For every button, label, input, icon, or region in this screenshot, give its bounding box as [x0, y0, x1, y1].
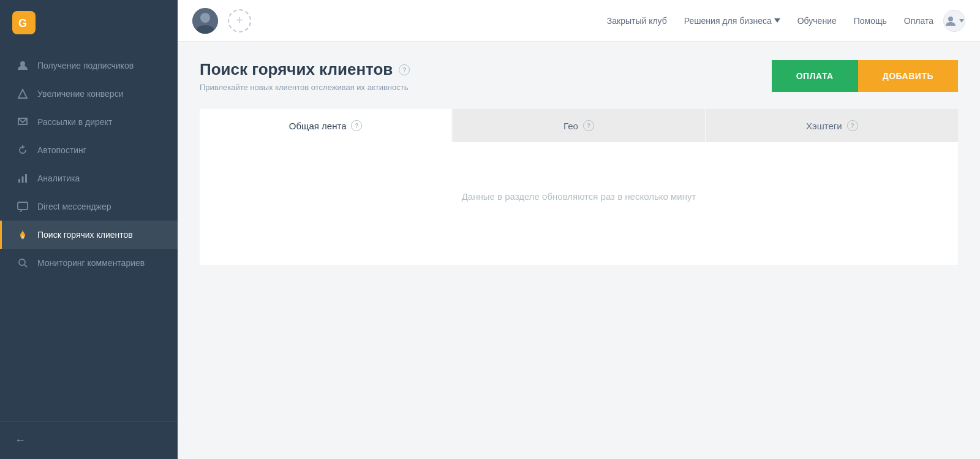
- add-account-button[interactable]: +: [228, 9, 251, 32]
- nav-payment[interactable]: Оплата: [904, 16, 933, 26]
- sidebar-item-direct[interactable]: Рассылки в директ: [0, 108, 178, 136]
- tab-geo-help-icon[interactable]: ?: [583, 120, 594, 131]
- sidebar-item-hot-clients[interactable]: Поиск горячих клиентов: [0, 221, 178, 249]
- autopost-icon: [17, 144, 29, 156]
- sidebar-item-label: Рассылки в директ: [37, 117, 112, 127]
- add-button[interactable]: ДОБАВИТЬ: [858, 60, 958, 92]
- sidebar-item-monitoring[interactable]: Мониторинг комментариев: [0, 249, 178, 277]
- sidebar-item-subscribers[interactable]: Получение подписчиков: [0, 51, 178, 80]
- main-content: Поиск горячих клиентов ? Привлекайте нов…: [178, 42, 980, 459]
- empty-state-message: Данные в разделе обновляются раз в неско…: [462, 191, 696, 202]
- page-title-block: Поиск горячих клиентов ? Привлекайте нов…: [200, 60, 410, 92]
- tab-geo[interactable]: Гео ?: [453, 109, 704, 142]
- sidebar-item-label: Увеличение конверси: [37, 89, 123, 99]
- collapse-button[interactable]: ←: [15, 434, 163, 447]
- header-action-buttons: ОПЛАТА ДОБАВИТЬ: [772, 60, 958, 92]
- main-area: + Закрытый клуб Решения для бизнеса Обуч…: [178, 0, 980, 459]
- logo-icon[interactable]: G: [12, 11, 36, 34]
- monitoring-icon: [17, 257, 29, 269]
- svg-rect-4: [18, 179, 20, 183]
- hot-clients-icon: [17, 229, 29, 241]
- collapse-icon: ←: [15, 434, 26, 447]
- nav-business[interactable]: Решения для бизнеса: [684, 16, 780, 26]
- subscribers-icon: [17, 59, 29, 72]
- sidebar-item-label: Получение подписчиков: [37, 61, 134, 70]
- svg-marker-3: [18, 89, 27, 98]
- nav-closed-club[interactable]: Закрытый клуб: [607, 16, 667, 26]
- direct-icon: [17, 116, 29, 128]
- sidebar-item-label: Мониторинг комментариев: [37, 258, 145, 268]
- sidebar-navigation: Получение подписчиков Увеличение конверс…: [0, 45, 178, 421]
- nav-help[interactable]: Помощь: [854, 16, 887, 26]
- tabs-row: Общая лента ? Гео ? Хэштеги ?: [200, 109, 958, 142]
- nav-education[interactable]: Обучение: [797, 16, 837, 26]
- sidebar-item-messenger[interactable]: Direct мессенджер: [0, 192, 178, 221]
- conversion-icon: [17, 88, 29, 100]
- user-avatar[interactable]: [192, 8, 218, 34]
- tab-general-feed[interactable]: Общая лента ?: [200, 109, 451, 142]
- page-header: Поиск горячих клиентов ? Привлекайте нов…: [200, 60, 958, 92]
- sidebar-item-conversion[interactable]: Увеличение конверси: [0, 80, 178, 108]
- svg-point-13: [948, 17, 953, 21]
- tab-content-area: Данные в разделе обновляются раз в неско…: [200, 142, 958, 265]
- tab-hashtags-help-icon[interactable]: ?: [847, 120, 858, 131]
- messenger-icon: [17, 200, 29, 213]
- sidebar-item-label: Поиск горячих клиентов: [37, 230, 133, 240]
- topbar-navigation: Закрытый клуб Решения для бизнеса Обучен…: [607, 16, 933, 26]
- svg-text:G: G: [18, 17, 26, 29]
- svg-point-8: [19, 259, 25, 265]
- sidebar-logo: G: [0, 0, 178, 45]
- sidebar-item-analytics[interactable]: Аналитика: [0, 164, 178, 192]
- sidebar-footer: ←: [0, 421, 178, 459]
- svg-rect-7: [18, 202, 28, 210]
- svg-rect-6: [25, 174, 27, 183]
- sidebar: G Получение подписчиков Увеличение конве…: [0, 0, 178, 459]
- svg-line-9: [24, 265, 27, 267]
- sidebar-item-autopost[interactable]: Автопостинг: [0, 136, 178, 164]
- svg-rect-5: [22, 176, 24, 183]
- sidebar-item-label: Аналитика: [37, 173, 80, 183]
- sidebar-item-label: Direct мессенджер: [37, 202, 111, 211]
- page-title: Поиск горячих клиентов ?: [200, 60, 410, 79]
- page-subtitle: Привлекайте новых клиентов отслеживая их…: [200, 83, 410, 92]
- tab-hashtags[interactable]: Хэштеги ?: [706, 109, 958, 142]
- tab-help-icon[interactable]: ?: [351, 120, 362, 131]
- user-menu-button[interactable]: [943, 10, 965, 32]
- analytics-icon: [17, 172, 29, 184]
- svg-point-2: [20, 61, 25, 66]
- pay-button[interactable]: ОПЛАТА: [772, 60, 858, 92]
- topbar: + Закрытый клуб Решения для бизнеса Обуч…: [178, 0, 980, 42]
- title-help-icon[interactable]: ?: [399, 64, 410, 75]
- sidebar-item-label: Автопостинг: [37, 145, 86, 155]
- svg-point-11: [200, 13, 210, 23]
